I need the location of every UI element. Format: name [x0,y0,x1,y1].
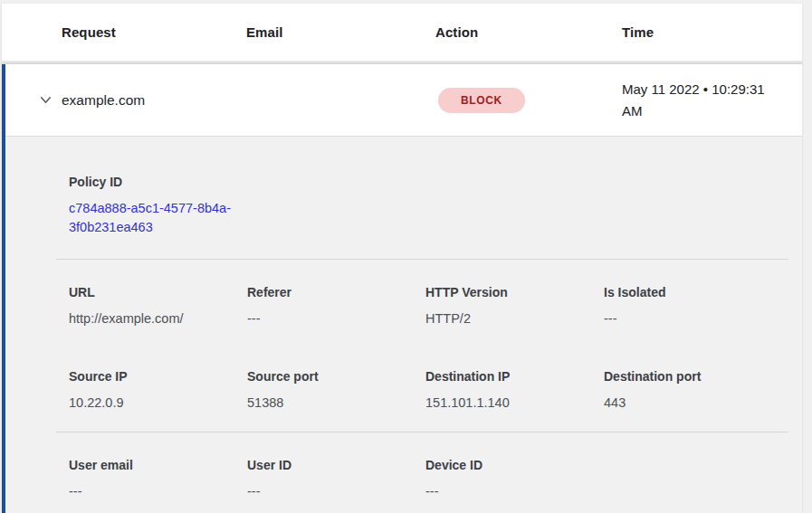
expanded-row-accent: example.com BLOCK May 11 2022 • 10:29:31… [2,64,802,513]
policy-id-link[interactable]: c784a888-a5c1-4577-8b4a-3f0b231ea463 [69,199,254,237]
field-source-ip: Source IP 10.22.0.9 [69,369,247,412]
field-http-version-label: HTTP Version [425,285,604,299]
row-action-cell: BLOCK [435,88,622,113]
field-url-label: URL [69,285,247,299]
field-url: URL http://example.com/ [69,285,247,328]
field-user-id: User ID --- [247,458,425,500]
section-divider [56,432,788,432]
field-source-port: Source port 51388 [247,369,425,412]
field-destination-ip-value: 151.101.1.140 [425,394,604,412]
table-row[interactable]: example.com BLOCK May 11 2022 • 10:29:31… [5,64,802,136]
field-source-ip-label: Source IP [69,369,247,384]
row-expand-toggle[interactable] [5,92,62,108]
column-header-time: Time [622,24,802,40]
field-device-id-value: --- [425,482,604,500]
row-time-value: May 11 2022 • 10:29:31 AM [622,79,794,122]
column-header-email: Email [246,24,435,40]
field-destination-port-value: 443 [604,394,788,412]
field-device-id: Device ID --- [425,458,604,500]
field-is-isolated-label: Is Isolated [604,285,788,299]
field-source-ip-value: 10.22.0.9 [69,394,247,412]
field-destination-ip-label: Destination IP [425,369,604,384]
field-referer-label: Referer [247,285,425,299]
detail-fields-row-3: User email --- User ID --- Device ID --- [5,458,788,500]
request-log-card: Request Email Action Time example.com BL… [2,4,802,513]
chevron-down-icon[interactable] [38,92,53,108]
policy-id-label: Policy ID [69,175,788,189]
detail-fields-row-1: URL http://example.com/ Referer --- HTTP… [5,285,788,328]
row-detail-panel: Policy ID c784a888-a5c1-4577-8b4a-3f0b23… [5,136,802,513]
field-url-value: http://example.com/ [69,309,247,328]
field-http-version-value: HTTP/2 [425,309,604,328]
field-referer: Referer --- [247,285,425,328]
table-header: Request Email Action Time [2,4,802,61]
column-header-request: Request [62,24,246,40]
row-request-value: example.com [62,92,246,109]
status-badge-block: BLOCK [438,88,525,113]
field-user-email: User email --- [69,458,247,500]
section-divider [56,259,788,260]
field-user-email-value: --- [69,482,247,500]
field-user-id-value: --- [247,482,425,500]
field-user-email-label: User email [69,458,247,472]
field-destination-port: Destination port 443 [604,369,788,412]
field-source-port-value: 51388 [247,394,425,412]
empty-cell [604,458,788,500]
column-header-action: Action [435,24,622,40]
field-user-id-label: User ID [247,458,425,472]
field-is-isolated-value: --- [604,309,788,328]
field-device-id-label: Device ID [425,458,604,472]
policy-id-section: Policy ID c784a888-a5c1-4577-8b4a-3f0b23… [5,175,788,237]
detail-fields-row-2: Source IP 10.22.0.9 Source port 51388 De… [5,369,788,412]
field-http-version: HTTP Version HTTP/2 [425,285,604,328]
field-source-port-label: Source port [247,369,425,384]
field-destination-ip: Destination IP 151.101.1.140 [425,369,604,412]
field-referer-value: --- [247,309,425,328]
field-destination-port-label: Destination port [604,369,788,384]
field-is-isolated: Is Isolated --- [604,285,788,328]
